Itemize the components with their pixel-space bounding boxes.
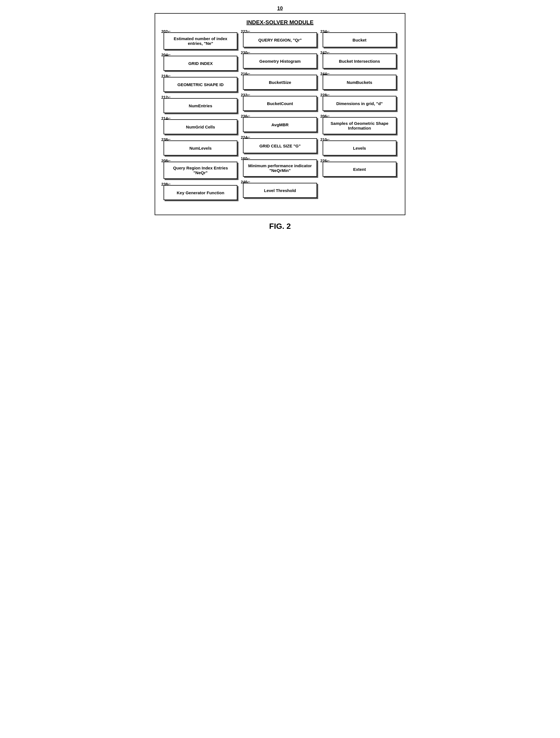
node-238b: Key Generator Function	[163, 185, 237, 200]
node-244-wrapper: 244⌐ NumBuckets	[323, 75, 397, 90]
node-226: Extent	[323, 162, 397, 177]
node-234-wrapper: 234⌐ Bucket	[323, 32, 397, 47]
diagram-area: 202⌐ Estimated number of index entries, …	[161, 32, 399, 206]
main-diagram-box: INDEX-SOLVER MODULE 202⌐ Estimated numbe…	[155, 13, 405, 215]
node-246: Level Threshold	[243, 183, 317, 198]
node-210: Levels	[323, 140, 397, 155]
node-160: Minimum performance indicator "NeQrMin"	[243, 159, 317, 177]
module-title: INDEX-SOLVER MODULE	[161, 19, 399, 26]
node-208: Query Region Index Entries "NeQr"	[163, 162, 237, 179]
node-206-wrapper: 206⌐ Samples of Geometric Shape Informat…	[323, 117, 397, 134]
node-216-wrapper: 216⌐ BucketSize	[243, 75, 317, 90]
node-228-wrapper: 228⌐ Dimensions in grid, "d"	[323, 96, 397, 111]
node-218: GEOMETRIC SHAPE ID	[163, 77, 237, 92]
node-224-wrapper: 224⌐ GRID CELL SIZE "G"	[243, 138, 317, 153]
page-container: 10 INDEX-SOLVER MODULE 202⌐ Estimated nu…	[155, 6, 405, 231]
left-column: 202⌐ Estimated number of index entries, …	[161, 32, 240, 206]
node-232: BucketCount	[243, 96, 317, 111]
node-236: AvgMBR	[243, 117, 317, 132]
node-216: BucketSize	[243, 75, 317, 90]
node-238b-wrapper: 238⌐ Key Generator Function	[163, 185, 237, 200]
node-230-wrapper: 230⌐ Geometry Histogram	[243, 53, 317, 68]
node-242: Bucket Intersections	[323, 53, 397, 68]
fig-label: FIG. 2	[155, 222, 405, 231]
page-number: 10	[155, 6, 405, 11]
node-238a-wrapper: 238⌐ NumLevels	[163, 140, 237, 155]
node-202-wrapper: 202⌐ Estimated number of index entries, …	[163, 32, 237, 50]
node-210-wrapper: 210⌐ Levels	[323, 140, 397, 155]
right-column: 234⌐ Bucket 242⌐ Bucket Intersections 24…	[320, 32, 399, 206]
node-222: QUERY REGION, "Qr"	[243, 32, 317, 47]
node-244: NumBuckets	[323, 75, 397, 90]
node-214-wrapper: 214⌐ NumGrid Cells	[163, 119, 237, 134]
node-204-wrapper: 204⌐ GRID INDEX	[163, 56, 237, 71]
node-160-wrapper: 160⌐ Minimum performance indicator "NeQr…	[243, 159, 317, 177]
node-238a: NumLevels	[163, 140, 237, 155]
node-236-wrapper: 236⌐ AvgMBR	[243, 117, 317, 132]
node-224: GRID CELL SIZE "G"	[243, 138, 317, 153]
node-214: NumGrid Cells	[163, 119, 237, 134]
node-206: Samples of Geometric Shape Information	[323, 117, 397, 134]
node-228: Dimensions in grid, "d"	[323, 96, 397, 111]
node-242-wrapper: 242⌐ Bucket Intersections	[323, 53, 397, 68]
node-226-wrapper: 226⌐ Extent	[323, 162, 397, 177]
node-212-wrapper: 212⌐ NumEntries	[163, 98, 237, 113]
node-218-wrapper: 218⌐ GEOMETRIC SHAPE ID	[163, 77, 237, 92]
node-222-wrapper: 222⌐ QUERY REGION, "Qr"	[243, 32, 317, 47]
node-202: Estimated number of index entries, "Ne"	[163, 32, 237, 50]
center-column: 222⌐ QUERY REGION, "Qr" 230⌐ Geometry Hi…	[240, 32, 320, 206]
node-212: NumEntries	[163, 98, 237, 113]
node-230: Geometry Histogram	[243, 53, 317, 68]
node-204: GRID INDEX	[163, 56, 237, 71]
node-232-wrapper: 232⌐ BucketCount	[243, 96, 317, 111]
node-234: Bucket	[323, 32, 397, 47]
node-246-wrapper: 246⌐ Level Threshold	[243, 183, 317, 198]
node-208-wrapper: 208⌐ Query Region Index Entries "NeQr"	[163, 162, 237, 179]
